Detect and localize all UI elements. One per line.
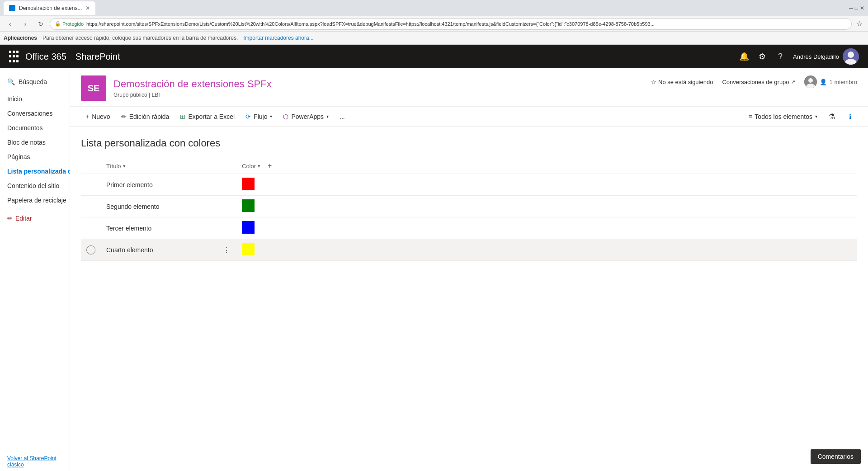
address-bar[interactable]: 🔒 Protegido https://sharepoint.com/sites… [50, 18, 852, 30]
view-label: Todos los elementos [755, 113, 812, 120]
more-button[interactable]: ... [335, 109, 349, 124]
office365-label[interactable]: Office 365 [25, 52, 66, 62]
info-icon: ℹ [849, 113, 851, 120]
site-title: Demostración de extensiones SPFx [113, 78, 272, 90]
star-icon[interactable]: ☆ [854, 18, 864, 30]
sidebar-spacer [0, 226, 70, 452]
waffle-dot [9, 60, 11, 62]
site-header-left: SE Demostración de extensiones SPFx Grup… [81, 75, 272, 101]
cmd-right: ≡ Todos los elementos ▾ ⚗ ℹ [745, 109, 857, 124]
svg-point-4 [808, 78, 813, 83]
table-row[interactable]: Tercer elemento [81, 217, 857, 239]
waffle-dot [13, 60, 15, 62]
site-info: Demostración de extensiones SPFx Grupo p… [113, 78, 272, 98]
waffle-dot [9, 51, 11, 53]
search-label: Búsqueda [19, 78, 47, 85]
browser-chrome: Demostración de extens... ✕ ─ □ ✕ ‹ › ↻ … [0, 0, 868, 45]
row-title: Primer elemento [101, 174, 236, 196]
follow-label: No se está siguiendo [658, 79, 713, 85]
address-text: https://sharepoint.com/sites/SPFxExtensi… [86, 21, 655, 27]
row-title: Tercer elemento [101, 217, 236, 239]
titulo-column-header[interactable]: Título ▾ [101, 158, 236, 174]
sidebar-edit-button[interactable]: ✏ Editar [0, 211, 70, 226]
table-row[interactable]: Primer elemento [81, 174, 857, 196]
waffle-dot [16, 55, 19, 57]
sidebar-item-paginas[interactable]: Páginas [0, 150, 70, 164]
comments-button[interactable]: Comentarios [811, 449, 861, 464]
quick-edit-button[interactable]: ✏ Edición rápida [117, 109, 174, 124]
row-selector[interactable] [86, 245, 95, 254]
external-link-icon: ↗ [791, 79, 795, 85]
refresh-button[interactable]: ↻ [34, 18, 47, 30]
sidebar-item-contenido[interactable]: Contenido del sitio [0, 179, 70, 193]
sidebar-item-bloc[interactable]: Bloc de notas [0, 135, 70, 150]
flow-button[interactable]: ⟳ Flujo ▾ [241, 109, 277, 124]
view-selector-button[interactable]: ≡ Todos los elementos ▾ [745, 109, 821, 124]
conversations-link[interactable]: Conversaciones de grupo ↗ [722, 79, 795, 85]
maximize-icon[interactable]: □ [855, 5, 858, 11]
site-lbi-label: LBI [152, 92, 160, 98]
settings-button[interactable]: ⚙ [753, 47, 771, 66]
filter-button[interactable]: ⚗ [825, 109, 839, 124]
waffle-dot [13, 55, 15, 57]
plus-icon: + [85, 113, 89, 120]
waffle-dot [16, 51, 19, 53]
color-column-header[interactable]: Color ▾ + [236, 158, 857, 174]
minimize-icon[interactable]: ─ [849, 5, 853, 11]
info-button[interactable]: ℹ [843, 109, 857, 124]
color-swatch [242, 243, 255, 255]
browser-tab[interactable]: Demostración de extens... ✕ [4, 1, 95, 15]
sharepoint-label[interactable]: SharePoint [75, 52, 120, 62]
user-avatar [843, 48, 859, 65]
help-button[interactable]: ? [771, 47, 789, 66]
follow-button[interactable]: ☆ No se está siguiendo [651, 79, 713, 85]
member-area[interactable]: 👤 1 miembro [804, 75, 857, 88]
browser-nav-bar: ‹ › ↻ 🔒 Protegido https://sharepoint.com… [0, 16, 868, 32]
sidebar-item-inicio[interactable]: Inicio [0, 92, 70, 106]
powerapps-button[interactable]: ⬡ PowerApps ▾ [278, 109, 333, 124]
back-button[interactable]: ‹ [4, 18, 16, 30]
classic-link[interactable]: Volver al SharePoint clásico [0, 452, 70, 471]
new-button[interactable]: + Nuevo [81, 109, 115, 124]
site-header-right: ☆ No se está siguiendo Conversaciones de… [651, 75, 857, 88]
top-nav: Office 365 SharePoint 🔔 ⚙ ? Andrés Delga… [0, 45, 868, 68]
members-label: 1 miembro [830, 79, 857, 85]
list-view-icon: ≡ [748, 113, 752, 120]
sidebar-item-lista[interactable]: Lista personalizada con colores [0, 164, 70, 179]
list-table: Título ▾ Color ▾ + [81, 158, 857, 261]
import-bookmarks-link[interactable]: Importar marcadores ahora... [243, 35, 313, 41]
waffle-dot [9, 55, 11, 57]
table-row[interactable]: Segundo elemento [81, 196, 857, 217]
waffle-menu-button[interactable] [5, 48, 22, 65]
search-icon: 🔍 [7, 78, 15, 85]
sidebar-item-papelera[interactable]: Papelera de reciclaje [0, 193, 70, 207]
sidebar-item-conversaciones[interactable]: Conversaciones [0, 106, 70, 121]
color-swatch [242, 178, 255, 190]
powerapps-label: PowerApps [291, 113, 324, 120]
forward-button[interactable]: › [19, 18, 32, 30]
close-icon[interactable]: ✕ [860, 5, 864, 11]
view-chevron-icon: ▾ [815, 114, 817, 119]
bookmarks-apps-label: Aplicaciones [4, 35, 37, 41]
browser-title-bar: Demostración de extens... ✕ ─ □ ✕ [0, 0, 868, 16]
user-area[interactable]: Andrés Delgadillo [789, 48, 863, 65]
notification-button[interactable]: 🔔 [735, 47, 753, 66]
bookmarks-bar: Aplicaciones Para obtener acceso rápido,… [0, 32, 868, 44]
row-title: Segundo elemento [101, 196, 236, 217]
add-column-icon[interactable]: + [268, 162, 272, 170]
row-context-menu[interactable]: ⋮ [220, 245, 233, 255]
row-title-text: Segundo elemento [106, 203, 160, 210]
tab-close-icon[interactable]: ✕ [85, 5, 90, 11]
site-icon: SE [81, 75, 106, 101]
tab-favicon [9, 5, 15, 11]
table-header-row: Título ▾ Color ▾ + [81, 158, 857, 174]
command-bar: + Nuevo ✏ Edición rápida ⊞ Exportar a Ex… [70, 107, 868, 127]
svg-point-1 [848, 52, 854, 58]
export-excel-button[interactable]: ⊞ Exportar a Excel [175, 109, 239, 124]
secure-badge: 🔒 Protegido [55, 21, 84, 27]
color-sort-icon: ▾ [258, 163, 260, 169]
table-row[interactable]: Cuarto elemento⋮ [81, 239, 857, 261]
sidebar-search[interactable]: 🔍 Búsqueda [0, 75, 70, 88]
sidebar-item-documentos[interactable]: Documentos [0, 121, 70, 135]
list-title: Lista personalizada con colores [81, 137, 857, 149]
